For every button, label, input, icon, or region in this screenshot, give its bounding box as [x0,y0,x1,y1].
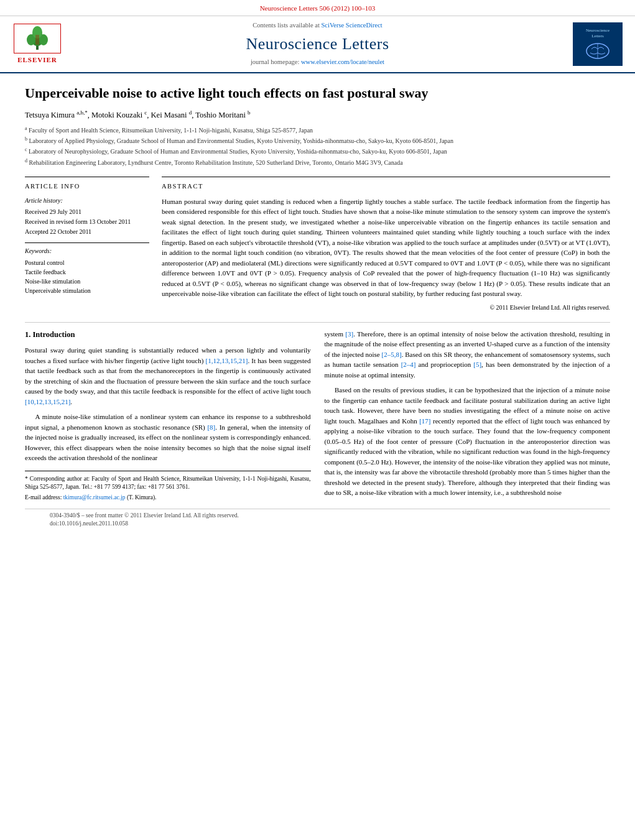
intro-para-2: A minute noise-like stimulation of a non… [25,412,311,463]
received-revised-date: Received in revised form 13 October 2011 [25,218,149,226]
neuroscience-logo-text: NeuroscienceLetters [586,28,610,39]
contents-text: Contents lists available at [253,22,321,29]
footnote-corresponding: * Corresponding author at: Faculty of Sp… [25,475,311,492]
article-history-label: Article history: [25,196,149,205]
elsevier-label: ELSEVIER [17,55,57,65]
copyright-text: © 2011 Elsevier Ireland Ltd. All rights … [162,303,610,312]
homepage-text: journal homepage: [251,58,301,65]
keyword-4: Unperceivable stimulation [25,286,149,295]
elsevier-tree-icon [14,24,61,53]
intro-para-1: Postural sway during quiet standing is s… [25,345,311,407]
elsevier-logo: ELSEVIER [12,24,62,65]
main-content: Unperceivable noise to active light touc… [0,73,635,543]
received-date: Received 29 July 2011 [25,208,149,216]
affiliation-b: b Laboratory of Applied Physiology, Grad… [25,136,610,146]
author-4: Toshio Moritani b [195,111,250,119]
body-right-column: system [3]. Therefore, there is an optim… [325,329,611,504]
footnote-section: * Corresponding author at: Faculty of Sp… [25,471,311,502]
homepage-link[interactable]: www.elsevier.com/locate/neulet [301,58,384,65]
authors-line: Tetsuya Kimura a,b,*, Motoki Kouzaki c, … [25,109,610,121]
journal-title: Neuroscience Letters [68,33,567,55]
journal-header-center: Contents lists available at SciVerse Sci… [68,21,567,67]
email-label: E-mail address: [25,494,63,501]
article-info-column: ARTICLE INFO Article history: Received 2… [25,177,149,312]
journal-citation: Neuroscience Letters 506 (2012) 100–103 [260,4,376,12]
affiliation-a: a Faculty of Sport and Health Science, R… [25,125,610,136]
journal-header: ELSEVIER Contents lists available at Sci… [0,16,635,73]
intro-col2-para-1: system [3]. Therefore, there is an optim… [325,329,611,381]
keywords-section: Keywords: Postural control Tactile feedb… [25,242,149,295]
neuroscience-brain-svg [585,42,610,60]
author-1: Tetsuya Kimura a,b,* [25,111,88,119]
keyword-1: Postural control [25,258,149,267]
affiliations: a Faculty of Sport and Health Science, R… [25,125,610,168]
keywords-label: Keywords: [25,247,149,256]
elsevier-tree-svg [22,26,53,51]
sciverse-link[interactable]: SciVerse ScienceDirect [321,22,382,29]
author-3: Kei Masani d [151,111,192,119]
contents-line: Contents lists available at SciVerse Sci… [68,21,567,30]
affiliation-d: d Rehabilitation Engineering Laboratory,… [25,157,610,168]
accepted-date: Accepted 22 October 2011 [25,228,149,236]
journal-citation-bar: Neuroscience Letters 506 (2012) 100–103 [0,0,635,16]
neuroscience-logo-icon [585,42,610,60]
neuroscience-journal-logo: NeuroscienceLetters [573,22,623,66]
footnote-email: E-mail address: tkimura@fc.ritsumei.ac.j… [25,494,311,502]
keyword-2: Tactile feedback [25,267,149,277]
body-section: 1. Introduction Postural sway during qui… [25,329,610,504]
bottom-bar: 0304-3940/$ – see front matter © 2011 El… [25,509,610,531]
body-left-column: 1. Introduction Postural sway during qui… [25,329,311,504]
author-2: Motoki Kouzaki c [91,111,147,119]
ref-8[interactable]: [17] [419,417,430,425]
keyword-3: Noise-like stimulation [25,277,149,286]
abstract-text: Human postural sway during quiet standin… [162,196,610,299]
article-meta-section: ARTICLE INFO Article history: Received 2… [25,177,610,312]
ref-2[interactable]: [10,12,13,15,21] [25,398,70,405]
section-divider [25,322,610,323]
svg-rect-5 [35,35,39,45]
email-link[interactable]: tkimura@fc.ritsumei.ac.jp [63,494,126,501]
affiliation-c: c Laboratory of Neurophysiology, Graduat… [25,146,610,157]
ref-7[interactable]: [5] [473,361,481,368]
ref-3[interactable]: [8] [207,423,215,431]
intro-col2-para-2: Based on the results of previous studies… [325,385,611,498]
ref-5[interactable]: [2–5,8] [382,351,402,358]
ref-4[interactable]: [3] [345,330,353,338]
abstract-column: ABSTRACT Human postural sway during quie… [162,177,610,312]
doi-text: doi:10.1016/j.neulet.2011.10.058 [50,520,128,527]
article-title: Unperceivable noise to active light touc… [25,85,610,103]
license-text: 0304-3940/$ – see front matter © 2011 El… [50,512,239,519]
abstract-heading: ABSTRACT [162,182,610,192]
ref-6[interactable]: [2–4] [401,361,416,368]
ref-1[interactable]: [1,12,13,15,21] [206,357,248,364]
article-info-heading: ARTICLE INFO [25,182,149,192]
section1-title: 1. Introduction [25,329,311,341]
homepage-line: journal homepage: www.elsevier.com/locat… [68,58,567,67]
